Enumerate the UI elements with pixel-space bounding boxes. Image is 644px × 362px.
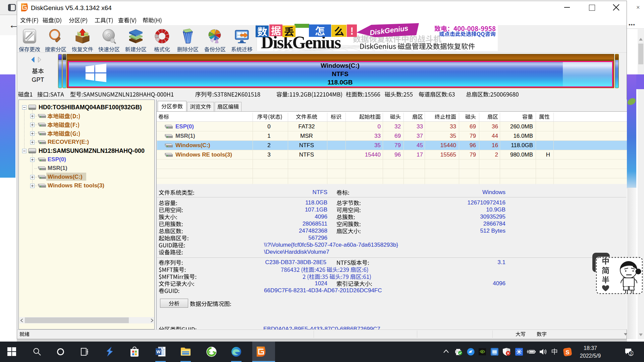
svg-text:S: S	[566, 349, 569, 356]
svg-text:W: W	[156, 349, 161, 354]
svg-text:intel: intel	[493, 353, 496, 355]
svg-text:2: 2	[630, 352, 632, 356]
